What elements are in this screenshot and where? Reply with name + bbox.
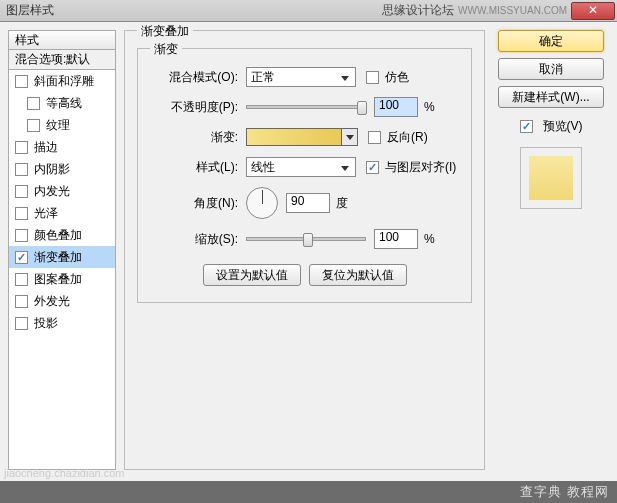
style-item-label: 内发光 (34, 183, 70, 200)
slider-thumb[interactable] (357, 101, 367, 115)
style-item[interactable]: 外发光 (9, 290, 115, 312)
checkbox-icon (520, 120, 533, 133)
style-item-label: 纹理 (46, 117, 70, 134)
blend-mode-label: 混合模式(O): (150, 69, 238, 86)
angle-input[interactable]: 90 (286, 193, 330, 213)
blending-options-item[interactable]: 混合选项:默认 (8, 50, 116, 70)
style-item[interactable]: 投影 (9, 312, 115, 334)
settings-panel: 渐变叠加 渐变 混合模式(O): 正常 仿色 不透明度(P): (124, 30, 485, 472)
gradient-label: 渐变: (150, 129, 238, 146)
ok-button[interactable]: 确定 (498, 30, 604, 52)
style-item-label: 图案叠加 (34, 271, 82, 288)
style-label: 样式(L): (150, 159, 238, 176)
footer-site: 查字典 教程网 (520, 483, 609, 501)
checkbox-icon (366, 71, 379, 84)
style-item-label: 斜面和浮雕 (34, 73, 94, 90)
chevron-down-icon (337, 70, 353, 84)
checkbox-icon (366, 161, 379, 174)
checkbox-icon (368, 131, 381, 144)
style-item[interactable]: 内发光 (9, 180, 115, 202)
checkbox-icon[interactable] (15, 317, 28, 330)
align-checkbox[interactable]: 与图层对齐(I) (366, 159, 456, 176)
style-item[interactable]: 纹理 (9, 114, 115, 136)
reverse-checkbox[interactable]: 反向(R) (368, 129, 428, 146)
checkbox-icon[interactable] (15, 273, 28, 286)
scale-unit: % (424, 232, 435, 246)
action-panel: 确定 取消 新建样式(W)... 预览(V) (493, 30, 609, 472)
set-default-button[interactable]: 设置为默认值 (203, 264, 301, 286)
checkbox-icon[interactable] (15, 163, 28, 176)
footer-bar: 查字典 教程网 (0, 481, 617, 503)
opacity-label: 不透明度(P): (150, 99, 238, 116)
window-title: 图层样式 (6, 2, 382, 19)
checkbox-icon[interactable] (15, 251, 28, 264)
blend-mode-dropdown[interactable]: 正常 (246, 67, 356, 87)
style-item-label: 颜色叠加 (34, 227, 82, 244)
style-item-label: 渐变叠加 (34, 249, 82, 266)
style-dropdown[interactable]: 线性 (246, 157, 356, 177)
style-item[interactable]: 渐变叠加 (9, 246, 115, 268)
new-style-button[interactable]: 新建样式(W)... (498, 86, 604, 108)
angle-dial[interactable] (246, 187, 278, 219)
preview-inner (529, 156, 573, 200)
restore-default-button[interactable]: 复位为默认值 (309, 264, 407, 286)
styles-header[interactable]: 样式 (8, 30, 116, 50)
watermark-text: jiaocheng.chazidian.com (4, 467, 124, 479)
checkbox-icon[interactable] (27, 97, 40, 110)
style-item-label: 等高线 (46, 95, 82, 112)
style-item-label: 描边 (34, 139, 58, 156)
checkbox-icon[interactable] (27, 119, 40, 132)
gradient-dropdown-button[interactable] (342, 128, 358, 146)
style-item[interactable]: 颜色叠加 (9, 224, 115, 246)
opacity-unit: % (424, 100, 435, 114)
group-title: 渐变叠加 (137, 23, 193, 40)
brand-text: 思缘设计论坛 (382, 2, 454, 19)
preview-swatch (520, 147, 582, 209)
style-item-label: 光泽 (34, 205, 58, 222)
checkbox-icon[interactable] (15, 207, 28, 220)
opacity-slider[interactable] (246, 105, 366, 109)
style-item-label: 外发光 (34, 293, 70, 310)
checkbox-icon[interactable] (15, 141, 28, 154)
gradient-picker[interactable] (246, 128, 342, 146)
styles-panel: 样式 混合选项:默认 斜面和浮雕等高线纹理描边内阴影内发光光泽颜色叠加渐变叠加图… (8, 30, 116, 472)
preview-checkbox[interactable]: 预览(V) (520, 118, 583, 135)
brand-url: WWW.MISSYUAN.COM (458, 5, 567, 16)
angle-unit: 度 (336, 195, 348, 212)
checkbox-icon[interactable] (15, 75, 28, 88)
cancel-button[interactable]: 取消 (498, 58, 604, 80)
style-item[interactable]: 等高线 (9, 92, 115, 114)
close-button[interactable]: ✕ (571, 2, 615, 20)
style-item[interactable]: 光泽 (9, 202, 115, 224)
style-item[interactable]: 描边 (9, 136, 115, 158)
style-item[interactable]: 图案叠加 (9, 268, 115, 290)
dither-checkbox[interactable]: 仿色 (366, 69, 409, 86)
scale-slider[interactable] (246, 237, 366, 241)
opacity-input[interactable]: 100 (374, 97, 418, 117)
chevron-down-icon (337, 160, 353, 174)
slider-thumb[interactable] (303, 233, 313, 247)
style-item-label: 内阴影 (34, 161, 70, 178)
checkbox-icon[interactable] (15, 185, 28, 198)
inner-title: 渐变 (150, 41, 182, 58)
style-item[interactable]: 斜面和浮雕 (9, 70, 115, 92)
angle-label: 角度(N): (150, 195, 238, 212)
style-list: 斜面和浮雕等高线纹理描边内阴影内发光光泽颜色叠加渐变叠加图案叠加外发光投影 (8, 70, 116, 470)
scale-label: 缩放(S): (150, 231, 238, 248)
checkbox-icon[interactable] (15, 229, 28, 242)
style-item-label: 投影 (34, 315, 58, 332)
style-item[interactable]: 内阴影 (9, 158, 115, 180)
scale-input[interactable]: 100 (374, 229, 418, 249)
checkbox-icon[interactable] (15, 295, 28, 308)
titlebar: 图层样式 思缘设计论坛 WWW.MISSYUAN.COM ✕ (0, 0, 617, 22)
